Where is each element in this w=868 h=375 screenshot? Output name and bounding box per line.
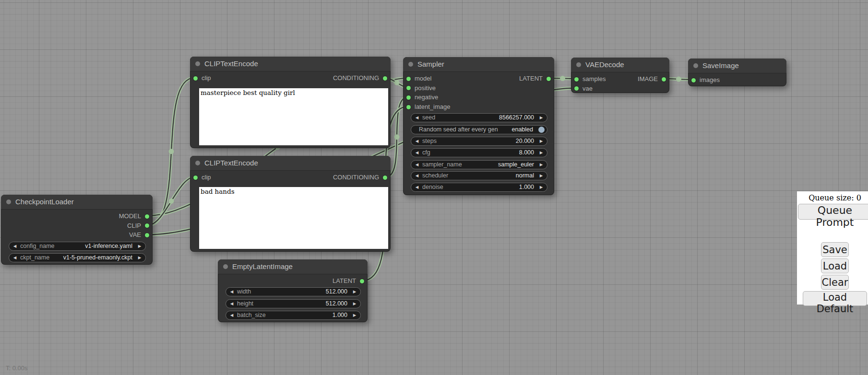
slot-dot[interactable]: [145, 223, 149, 228]
increment-arrow-icon[interactable]: ▶: [538, 137, 544, 145]
link-midpoint-dot: [394, 80, 400, 85]
decrement-arrow-icon[interactable]: ◀: [414, 161, 420, 169]
widget-label: denoise: [422, 183, 443, 191]
node-titlebar[interactable]: VAEDecode: [571, 58, 669, 72]
widget-cfg[interactable]: ◀▶cfg8.000: [411, 148, 547, 157]
decrement-arrow-icon[interactable]: ◀: [414, 114, 420, 122]
widget-value: 20.000: [516, 137, 534, 145]
slot-dot[interactable]: [406, 86, 411, 90]
node-titlebar[interactable]: Sampler: [403, 57, 554, 72]
load-button[interactable]: Load: [821, 258, 849, 273]
collapse-dot-icon[interactable]: [223, 264, 228, 269]
widget-value: sample_euler: [498, 161, 534, 169]
slot-dot[interactable]: [360, 279, 364, 283]
decrement-arrow-icon[interactable]: ◀: [229, 288, 235, 296]
collapse-dot-icon[interactable]: [195, 161, 200, 165]
slot-dot[interactable]: [406, 77, 411, 81]
load-default-button[interactable]: Load Default: [803, 291, 867, 306]
node-checkpoint[interactable]: CheckpointLoaderMODELCLIPVAE◀▶config_nam…: [1, 195, 153, 265]
save-button[interactable]: Save: [821, 242, 849, 257]
widget-seed[interactable]: ◀▶seed8566257.000: [411, 113, 547, 122]
increment-arrow-icon[interactable]: ▶: [352, 300, 357, 308]
slot-dot[interactable]: [145, 214, 149, 219]
widget-scheduler[interactable]: ◀▶schedulernormal: [411, 171, 547, 180]
toggle-dot[interactable]: [538, 127, 545, 133]
collapse-dot-icon[interactable]: [576, 62, 581, 67]
slot-dot[interactable]: [406, 105, 411, 109]
node-saveimage[interactable]: SaveImageimages: [688, 59, 786, 86]
slot-dot[interactable]: [547, 77, 551, 81]
widget-label: ckpt_name: [20, 254, 49, 262]
slot-dot[interactable]: [574, 77, 579, 82]
graph-canvas[interactable]: CheckpointLoaderMODELCLIPVAE◀▶config_nam…: [0, 0, 868, 375]
slot-label: samples: [583, 75, 606, 82]
node-sampler[interactable]: Samplermodelpositivenegativelatent_image…: [403, 57, 554, 195]
widget-batch_size[interactable]: ◀▶batch_size1.000: [226, 311, 361, 320]
increment-arrow-icon[interactable]: ▶: [137, 242, 143, 250]
widget-label: steps: [422, 137, 437, 145]
collapse-dot-icon[interactable]: [6, 199, 11, 204]
slot-dot[interactable]: [574, 86, 579, 91]
slot-dot[interactable]: [145, 233, 149, 237]
node-titlebar[interactable]: CLIPTextEncode: [190, 156, 391, 171]
widget-label: Random seed after every gen: [419, 126, 498, 134]
increment-arrow-icon[interactable]: ▶: [538, 114, 544, 122]
node-titlebar[interactable]: SaveImage: [688, 59, 786, 73]
widget-steps[interactable]: ◀▶steps20.000: [411, 137, 547, 146]
node-title: CLIPTextEncode: [204, 57, 258, 71]
decrement-arrow-icon[interactable]: ◀: [414, 149, 420, 157]
widget-ckpt_name[interactable]: ◀▶ckpt_namev1-5-pruned-emaonly.ckpt: [9, 253, 146, 262]
prompt-textarea[interactable]: masterpiece best quality girl: [199, 88, 388, 145]
slot-dot[interactable]: [193, 176, 198, 180]
widget-value: 1.000: [519, 183, 534, 191]
increment-arrow-icon[interactable]: ▶: [538, 172, 544, 180]
node-emptylatent[interactable]: EmptyLatentImageLATENT◀▶width512.000◀▶he…: [218, 259, 368, 322]
queue-prompt-button[interactable]: Queue Prompt: [798, 204, 868, 220]
collapse-dot-icon[interactable]: [693, 63, 698, 68]
decrement-arrow-icon[interactable]: ◀: [229, 311, 235, 319]
node-titlebar[interactable]: EmptyLatentImage: [218, 259, 368, 274]
increment-arrow-icon[interactable]: ▶: [538, 149, 544, 157]
node-clip_neg[interactable]: CLIPTextEncodeclipCONDITIONINGbad hands: [190, 156, 391, 252]
slot-label: IMAGE: [638, 75, 658, 82]
slot-dot[interactable]: [662, 77, 666, 82]
slot-dot[interactable]: [406, 95, 411, 100]
node-titlebar[interactable]: CheckpointLoader: [1, 195, 153, 210]
decrement-arrow-icon[interactable]: ◀: [229, 300, 235, 308]
output-slot-IMAGE: IMAGE: [638, 75, 669, 83]
decrement-arrow-icon[interactable]: ◀: [12, 242, 18, 250]
widget-width[interactable]: ◀▶width512.000: [226, 287, 361, 296]
node-vaedecode[interactable]: VAEDecodesamplesvaeIMAGE: [571, 58, 669, 93]
slot-dot[interactable]: [383, 76, 387, 81]
node-title: VAEDecode: [585, 58, 624, 72]
increment-arrow-icon[interactable]: ▶: [352, 288, 357, 296]
node-titlebar[interactable]: CLIPTextEncode: [190, 57, 391, 71]
decrement-arrow-icon[interactable]: ◀: [414, 137, 420, 145]
queue-size-label: Queue size: 0: [797, 193, 868, 202]
node-clip_pos[interactable]: CLIPTextEncodeclipCONDITIONINGmasterpiec…: [190, 57, 391, 148]
increment-arrow-icon[interactable]: ▶: [352, 311, 357, 319]
slot-dot[interactable]: [383, 176, 387, 180]
link-midpoint-dot: [676, 77, 681, 82]
collapse-dot-icon[interactable]: [408, 62, 413, 67]
output-slot-CONDITIONING: CONDITIONING: [333, 74, 390, 82]
prompt-textarea[interactable]: bad hands: [199, 187, 388, 249]
decrement-arrow-icon[interactable]: ◀: [414, 172, 420, 180]
widget-random-seed-after-every-gen[interactable]: Random seed after every genenabled: [411, 125, 547, 134]
decrement-arrow-icon[interactable]: ◀: [12, 254, 18, 262]
widget-denoise[interactable]: ◀▶denoise1.000: [411, 183, 547, 192]
collapse-dot-icon[interactable]: [195, 61, 200, 66]
decrement-arrow-icon[interactable]: ◀: [414, 183, 420, 191]
widget-height[interactable]: ◀▶height512.000: [226, 299, 361, 308]
increment-arrow-icon[interactable]: ▶: [137, 254, 143, 262]
slot-dot[interactable]: [691, 78, 696, 82]
output-slot-LATENT: LATENT: [519, 74, 554, 83]
widget-sampler_name[interactable]: ◀▶sampler_namesample_euler: [411, 160, 547, 169]
increment-arrow-icon[interactable]: ▶: [538, 161, 544, 169]
widget-config_name[interactable]: ◀▶config_namev1-inference.yaml: [9, 242, 146, 251]
increment-arrow-icon[interactable]: ▶: [538, 183, 544, 191]
node-title: EmptyLatentImage: [232, 259, 293, 274]
slot-dot[interactable]: [193, 76, 198, 81]
clear-button[interactable]: Clear: [821, 275, 849, 290]
comfy-menu: Queue size: 0 Queue Prompt Save Load Cle…: [797, 191, 868, 305]
